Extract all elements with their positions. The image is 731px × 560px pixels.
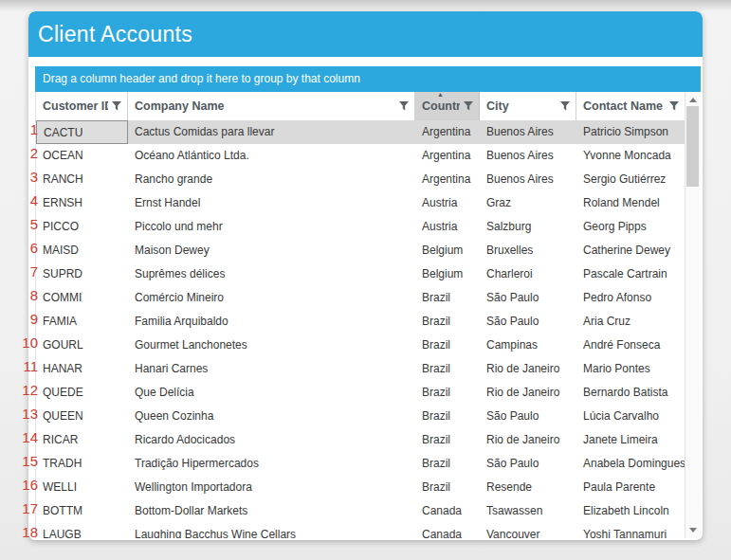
- table-cell[interactable]: QUEEN: [36, 405, 128, 428]
- table-cell[interactable]: Piccolo und mehr: [128, 215, 415, 239]
- table-cell[interactable]: PICCO: [36, 215, 128, 239]
- table-cell[interactable]: Belgium: [415, 262, 480, 286]
- table-cell[interactable]: Rio de Janeiro: [480, 428, 576, 452]
- table-cell[interactable]: Anabela Domingues: [576, 452, 685, 476]
- table-row[interactable]: SUPRDSuprêmes délicesBelgiumCharleroiPas…: [36, 262, 685, 286]
- table-cell[interactable]: LAUGB: [36, 523, 128, 538]
- filter-icon[interactable]: [112, 101, 121, 111]
- table-cell[interactable]: Charleroi: [480, 262, 576, 286]
- table-cell[interactable]: Familia Arquibaldo: [128, 310, 415, 334]
- table-cell[interactable]: São Paulo: [480, 310, 576, 334]
- table-cell[interactable]: Lúcia Carvalho: [576, 405, 685, 428]
- table-cell[interactable]: Brazil: [415, 405, 480, 428]
- table-cell[interactable]: OCEAN: [36, 144, 128, 168]
- table-cell[interactable]: MAISD: [36, 239, 128, 262]
- table-cell[interactable]: Argentina: [415, 168, 480, 191]
- filter-icon[interactable]: [560, 101, 570, 111]
- table-cell[interactable]: Sergio Gutiérrez: [576, 168, 685, 191]
- scrollbar-down-button[interactable]: [685, 523, 701, 536]
- table-row[interactable]: HANARHanari CarnesBrazilRio de JaneiroMa…: [36, 357, 685, 381]
- table-cell[interactable]: BOTTM: [36, 499, 128, 523]
- table-cell[interactable]: COMMI: [36, 286, 128, 310]
- table-cell[interactable]: Yoshi Tannamuri: [576, 523, 685, 538]
- table-cell[interactable]: Yvonne Moncada: [576, 144, 685, 168]
- scrollbar-thumb[interactable]: [686, 106, 699, 187]
- table-cell[interactable]: Pedro Afonso: [576, 286, 685, 310]
- table-cell[interactable]: Buenos Aires: [480, 120, 576, 144]
- table-cell[interactable]: Graz: [480, 191, 576, 215]
- table-row[interactable]: BOTTMBottom-Dollar MarketsCanadaTsawasse…: [36, 499, 685, 523]
- table-cell[interactable]: Salzburg: [480, 215, 576, 239]
- table-cell[interactable]: Campinas: [480, 334, 576, 357]
- table-row[interactable]: CACTUCactus Comidas para llevarArgentina…: [36, 120, 685, 144]
- table-cell[interactable]: Suprêmes délices: [128, 262, 415, 286]
- table-cell[interactable]: Tsawassen: [480, 499, 576, 523]
- table-cell[interactable]: Brazil: [415, 334, 480, 357]
- table-cell[interactable]: Laughing Bacchus Wine Cellars: [128, 523, 415, 538]
- table-cell[interactable]: Aria Cruz: [576, 310, 685, 334]
- table-cell[interactable]: Austria: [415, 215, 480, 239]
- table-cell[interactable]: Roland Mendel: [576, 191, 685, 215]
- table-cell[interactable]: Patricio Simpson: [576, 120, 685, 144]
- table-cell[interactable]: Paula Parente: [576, 476, 685, 499]
- table-row[interactable]: WELLIWellington ImportadoraBrazilResende…: [36, 476, 685, 499]
- table-cell[interactable]: Resende: [480, 476, 576, 499]
- table-row[interactable]: OCEANOcéano Atlántico Ltda.ArgentinaBuen…: [36, 144, 685, 168]
- table-cell[interactable]: Vancouver: [480, 523, 576, 538]
- table-cell[interactable]: Comércio Mineiro: [128, 286, 415, 310]
- table-cell[interactable]: Canada: [415, 523, 480, 538]
- filter-icon[interactable]: [669, 101, 679, 111]
- filter-icon[interactable]: [464, 101, 473, 111]
- table-cell[interactable]: CACTU: [36, 120, 128, 144]
- table-cell[interactable]: Wellington Importadora: [128, 476, 415, 499]
- table-cell[interactable]: Rancho grande: [128, 168, 415, 191]
- table-row[interactable]: MAISDMaison DeweyBelgiumBruxellesCatheri…: [36, 239, 685, 262]
- scrollbar-up-button[interactable]: [685, 93, 701, 106]
- table-cell[interactable]: Bruxelles: [480, 239, 576, 262]
- table-cell[interactable]: RANCH: [36, 168, 128, 191]
- table-row[interactable]: LAUGBLaughing Bacchus Wine CellarsCanada…: [36, 523, 685, 538]
- group-drop-zone[interactable]: Drag a column header and drop it here to…: [35, 66, 701, 92]
- table-cell[interactable]: Brazil: [415, 452, 480, 476]
- table-cell[interactable]: Brazil: [415, 310, 480, 334]
- table-cell[interactable]: Janete Limeira: [576, 428, 685, 452]
- table-cell[interactable]: Buenos Aires: [480, 168, 576, 191]
- table-cell[interactable]: RICAR: [36, 428, 128, 452]
- table-row[interactable]: FAMIAFamilia ArquibaldoBrazilSão PauloAr…: [36, 310, 685, 334]
- table-row[interactable]: RICARRicardo AdocicadosBrazilRio de Jane…: [36, 428, 685, 452]
- table-cell[interactable]: Buenos Aires: [480, 144, 576, 168]
- table-cell[interactable]: Brazil: [415, 476, 480, 499]
- table-row[interactable]: ERNSHErnst HandelAustriaGrazRoland Mende…: [36, 191, 685, 215]
- table-cell[interactable]: Georg Pipps: [576, 215, 685, 239]
- table-cell[interactable]: TRADH: [36, 452, 128, 476]
- filter-icon[interactable]: [399, 101, 409, 111]
- table-cell[interactable]: Maison Dewey: [128, 239, 415, 262]
- table-cell[interactable]: Ernst Handel: [128, 191, 415, 215]
- table-row[interactable]: COMMIComércio MineiroBrazilSão PauloPedr…: [36, 286, 685, 310]
- table-cell[interactable]: Elizabeth Lincoln: [576, 499, 685, 523]
- table-cell[interactable]: Que Delícia: [128, 381, 415, 405]
- table-cell[interactable]: São Paulo: [480, 452, 576, 476]
- table-cell[interactable]: Catherine Dewey: [576, 239, 685, 262]
- table-cell[interactable]: Hanari Carnes: [128, 357, 415, 381]
- table-cell[interactable]: Mario Pontes: [576, 357, 685, 381]
- table-cell[interactable]: Pascale Cartrain: [576, 262, 685, 286]
- table-cell[interactable]: São Paulo: [480, 405, 576, 428]
- table-cell[interactable]: Cactus Comidas para llevar: [128, 120, 415, 144]
- table-cell[interactable]: Brazil: [415, 286, 480, 310]
- table-cell[interactable]: Gourmet Lanchonetes: [128, 334, 415, 357]
- table-cell[interactable]: Océano Atlántico Ltda.: [128, 144, 415, 168]
- table-cell[interactable]: Tradição Hipermercados: [128, 452, 415, 476]
- column-header-city[interactable]: City: [480, 92, 576, 120]
- table-cell[interactable]: André Fonseca: [576, 334, 685, 357]
- table-cell[interactable]: Canada: [415, 499, 480, 523]
- table-cell[interactable]: Argentina: [415, 120, 480, 144]
- column-header-country[interactable]: ▲Country: [415, 92, 480, 120]
- column-header-customer-id[interactable]: Customer ID: [36, 92, 128, 120]
- table-cell[interactable]: Brazil: [415, 381, 480, 405]
- table-cell[interactable]: Ricardo Adocicados: [128, 428, 415, 452]
- table-cell[interactable]: Belgium: [415, 239, 480, 262]
- table-cell[interactable]: ERNSH: [36, 191, 128, 215]
- table-cell[interactable]: GOURL: [36, 334, 128, 357]
- table-row[interactable]: PICCOPiccolo und mehrAustriaSalzburgGeor…: [36, 215, 685, 239]
